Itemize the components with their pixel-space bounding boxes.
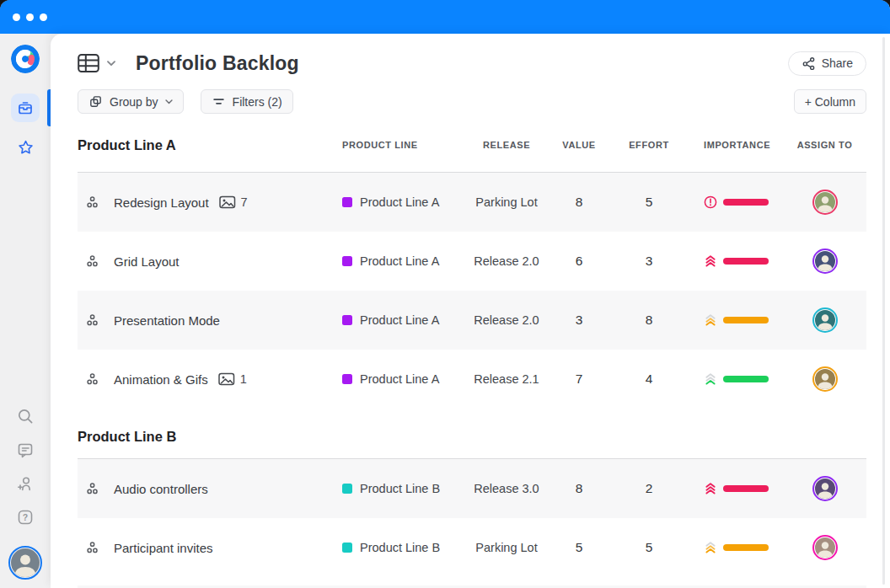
column-header-value[interactable]: VALUE xyxy=(544,140,614,150)
table-row[interactable]: Audio controllers Product Line B Release… xyxy=(78,459,866,518)
sidebar-item-search[interactable] xyxy=(15,406,35,426)
task-name-cell[interactable]: Audio controllers xyxy=(78,459,333,518)
user-avatar[interactable] xyxy=(8,546,42,580)
value-cell[interactable]: 6 xyxy=(544,232,614,291)
assignee-photo xyxy=(815,310,835,330)
group-by-button[interactable]: Group by xyxy=(78,89,184,114)
product-line-cell[interactable]: Product Line A xyxy=(333,173,469,232)
assignee-avatar[interactable] xyxy=(812,249,838,274)
importance-cell[interactable] xyxy=(684,232,783,291)
assignee-avatar[interactable] xyxy=(812,307,838,333)
sidebar-item-messages[interactable] xyxy=(15,440,35,460)
vertical-scrollbar[interactable] xyxy=(882,37,885,585)
table-row[interactable]: Presentation Mode Product Line A Release… xyxy=(78,291,866,350)
sidebar-item-help[interactable]: ? xyxy=(15,507,35,527)
task-name-cell[interactable]: Redesign Layout 7 xyxy=(78,173,333,232)
column-header-assign-to[interactable]: ASSIGN TO xyxy=(783,140,866,150)
assignee-cell[interactable] xyxy=(783,350,866,409)
release-cell[interactable]: Release 2.0 xyxy=(469,232,544,291)
task-name-cell[interactable]: Presentation Mode xyxy=(78,291,333,350)
share-icon xyxy=(802,56,816,71)
assignee-photo xyxy=(815,478,835,499)
column-header-effort[interactable]: EFFORT xyxy=(614,140,684,150)
assignee-avatar[interactable] xyxy=(812,366,838,392)
task-name-cell[interactable]: Animation & Gifs 1 xyxy=(78,350,333,409)
importance-bar xyxy=(723,317,769,323)
sidebar-item-invite-user[interactable] xyxy=(15,473,35,494)
table-row[interactable]: Participant invites Product Line B Parki… xyxy=(78,518,866,577)
product-line-cell[interactable]: Product Line A xyxy=(333,350,469,409)
importance-cell[interactable] xyxy=(684,291,783,350)
assignee-cell[interactable] xyxy=(783,518,866,577)
product-line-cell[interactable]: Product Line A xyxy=(333,232,469,291)
sidebar-item-workspace[interactable] xyxy=(11,94,40,122)
window-control-dot[interactable] xyxy=(26,13,34,21)
filters-button[interactable]: Filters (2) xyxy=(201,89,293,114)
effort-cell[interactable]: 5 xyxy=(614,518,684,577)
value-cell[interactable]: 5 xyxy=(544,518,614,577)
importance-cell[interactable] xyxy=(684,459,783,518)
assignee-cell[interactable] xyxy=(783,232,866,291)
value-cell[interactable]: 8 xyxy=(544,173,614,232)
sidebar-item-favorites[interactable] xyxy=(17,139,35,157)
assignee-cell[interactable] xyxy=(783,173,866,232)
sidebar-footer: ? xyxy=(0,406,51,588)
effort-cell[interactable]: 3 xyxy=(614,232,684,291)
craft-logo[interactable] xyxy=(11,45,40,73)
release-cell[interactable]: Release 2.0 xyxy=(469,291,544,350)
value-cell[interactable]: 3 xyxy=(544,291,614,350)
column-header-release[interactable]: RELEASE xyxy=(469,140,544,150)
add-column-button[interactable]: + Column xyxy=(794,89,866,114)
window-controls[interactable] xyxy=(13,13,47,21)
table-row[interactable]: Grid Layout Product Line A Release 2.0 6… xyxy=(78,232,866,291)
release-cell[interactable]: Release 2.1 xyxy=(469,350,544,409)
help-icon: ? xyxy=(16,508,35,527)
release-cell[interactable]: Release 3.0 xyxy=(469,459,544,518)
item-type-icon xyxy=(87,373,99,385)
task-name-cell[interactable]: Grid Layout xyxy=(78,232,333,291)
view-switcher-button[interactable] xyxy=(78,53,115,73)
messages-icon xyxy=(16,441,35,459)
column-header-product-line[interactable]: PRODUCT LINE xyxy=(333,140,469,150)
table-row[interactable]: Redesign Layout 7 Product Line A Parking… xyxy=(78,173,866,232)
value-cell[interactable]: 8 xyxy=(544,459,614,518)
group-by-label: Group by xyxy=(110,95,158,109)
product-line-cell[interactable]: Product Line A xyxy=(333,291,469,350)
importance-bar xyxy=(723,544,769,551)
product-line-cell[interactable]: Product Line B xyxy=(333,518,469,577)
product-line-label: Product Line A xyxy=(360,195,439,209)
effort-cell[interactable]: 2 xyxy=(614,459,684,518)
table-row[interactable]: Animation & Gifs 1 Product Line A Releas… xyxy=(78,350,866,409)
importance-cell[interactable] xyxy=(684,518,783,577)
release-cell[interactable]: Parking Lot xyxy=(469,173,544,232)
effort-cell[interactable]: 5 xyxy=(614,173,684,232)
value-cell[interactable]: 7 xyxy=(544,350,614,409)
group-title[interactable]: Product Line A xyxy=(78,137,333,153)
assignee-cell[interactable] xyxy=(783,459,866,518)
product-line-cell[interactable]: Product Line B xyxy=(333,459,469,518)
assignee-photo xyxy=(815,192,835,212)
assignee-cell[interactable] xyxy=(783,291,866,350)
release-cell[interactable]: Parking Lot xyxy=(469,518,544,577)
share-button[interactable]: Share xyxy=(788,51,866,76)
product-line-color-swatch xyxy=(342,315,352,325)
attachment-badge[interactable]: 7 xyxy=(219,195,248,209)
importance-cell[interactable] xyxy=(684,173,783,232)
window-control-dot[interactable] xyxy=(40,13,47,21)
value-number: 3 xyxy=(576,313,583,328)
value-number: 5 xyxy=(576,540,583,555)
group-by-icon xyxy=(88,94,103,109)
release-value: Release 3.0 xyxy=(474,482,539,495)
assignee-avatar[interactable] xyxy=(812,535,838,560)
task-name-cell[interactable]: Participant invites xyxy=(78,518,333,577)
column-header-importance[interactable]: IMPORTANCE xyxy=(684,140,783,150)
group-title[interactable]: Product Line B xyxy=(78,429,176,445)
effort-cell[interactable]: 8 xyxy=(614,291,684,350)
window-control-dot[interactable] xyxy=(13,13,20,21)
importance-cell[interactable] xyxy=(684,350,783,409)
chevrons-up-icon xyxy=(704,313,717,327)
assignee-avatar[interactable] xyxy=(812,476,838,501)
attachment-badge[interactable]: 1 xyxy=(218,372,247,386)
effort-cell[interactable]: 4 xyxy=(614,350,684,409)
assignee-avatar[interactable] xyxy=(812,190,838,215)
